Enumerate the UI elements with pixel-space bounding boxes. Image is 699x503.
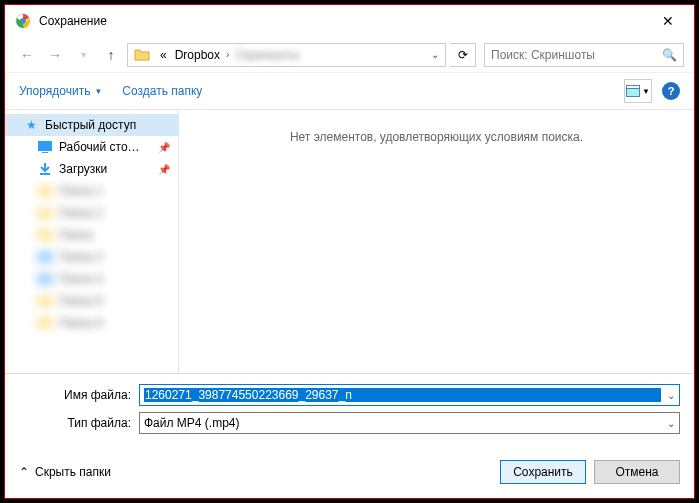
svg-rect-6 [42, 152, 48, 153]
search-input[interactable] [491, 48, 662, 62]
sidebar: ★ Быстрый доступ Рабочий сто… 📌 Загрузки… [5, 110, 179, 373]
sidebar-item[interactable]: Папка [5, 224, 178, 246]
svg-rect-9 [37, 229, 53, 241]
sidebar-item[interactable]: Папка 5 [5, 290, 178, 312]
sidebar-quick-access[interactable]: ★ Быстрый доступ [5, 114, 178, 136]
crumb-dropbox[interactable]: Dropbox [171, 48, 224, 62]
svg-rect-4 [627, 89, 639, 96]
svg-rect-11 [37, 273, 53, 285]
sidebar-item[interactable]: Папка 4 [5, 268, 178, 290]
forward-button[interactable]: → [43, 43, 67, 67]
svg-rect-5 [38, 141, 52, 151]
close-button[interactable]: ✕ [652, 9, 684, 33]
crumb-current[interactable]: Скриншоты [231, 48, 303, 62]
address-dropdown-icon[interactable]: ⌄ [425, 49, 445, 60]
view-button[interactable]: ▼ [624, 79, 652, 103]
navbar: ← → ▾ ↑ « Dropbox › Скриншоты ⌄ ⟳ 🔍 [5, 37, 694, 73]
fields-panel: Имя файла: 1260271_398774550223669_29637… [5, 373, 694, 452]
pin-icon: 📌 [158, 164, 170, 175]
address-bar[interactable]: « Dropbox › Скриншоты ⌄ [127, 43, 446, 67]
footer: ⌃ Скрыть папки Сохранить Отмена [5, 452, 694, 498]
up-button[interactable]: ↑ [99, 43, 123, 67]
chevron-down-icon: ▼ [94, 87, 102, 96]
svg-rect-7 [37, 185, 53, 197]
dialog-body: ★ Быстрый доступ Рабочий сто… 📌 Загрузки… [5, 109, 694, 373]
crumb-sep: › [224, 49, 231, 60]
star-icon: ★ [23, 117, 39, 133]
new-folder-button[interactable]: Создать папку [122, 84, 202, 98]
chevron-up-icon: ⌃ [19, 465, 29, 479]
sidebar-label: Рабочий сто… [59, 140, 140, 154]
svg-rect-3 [627, 86, 639, 88]
sidebar-label: Быстрый доступ [45, 118, 136, 132]
desktop-icon [37, 139, 53, 155]
filename-value: 1260271_398774550223669_29637_n [144, 388, 661, 402]
sidebar-downloads[interactable]: Загрузки 📌 [5, 158, 178, 180]
svg-rect-12 [37, 295, 53, 307]
chevron-down-icon[interactable]: ⌄ [661, 390, 675, 401]
toolbar: Упорядочить ▼ Создать папку ▼ ? [5, 73, 694, 109]
sidebar-item[interactable]: Папка 2 [5, 202, 178, 224]
save-dialog: Сохранение ✕ ← → ▾ ↑ « Dropbox › Скриншо… [4, 4, 695, 499]
filename-input[interactable]: 1260271_398774550223669_29637_n ⌄ [139, 384, 680, 406]
file-list: Нет элементов, удовлетворяющих условиям … [179, 110, 694, 373]
filename-label: Имя файла: [19, 388, 139, 402]
svg-rect-10 [37, 251, 53, 263]
search-icon: 🔍 [662, 48, 677, 62]
window-title: Сохранение [39, 14, 652, 28]
download-icon [37, 161, 53, 177]
organize-button[interactable]: Упорядочить ▼ [19, 84, 102, 98]
filetype-select[interactable]: Файл MP4 (.mp4) ⌄ [139, 412, 680, 434]
refresh-button[interactable]: ⟳ [450, 43, 476, 67]
folder-icon [132, 45, 152, 65]
hide-folders-toggle[interactable]: ⌃ Скрыть папки [19, 465, 111, 479]
organize-label: Упорядочить [19, 84, 90, 98]
search-box[interactable]: 🔍 [484, 43, 684, 67]
help-button[interactable]: ? [662, 82, 680, 100]
sidebar-item[interactable]: Папка 3 [5, 246, 178, 268]
sidebar-item[interactable]: Папка 1 [5, 180, 178, 202]
svg-rect-13 [37, 317, 53, 329]
chevron-down-icon[interactable]: ⌄ [661, 418, 675, 429]
back-button[interactable]: ← [15, 43, 39, 67]
empty-message: Нет элементов, удовлетворяющих условиям … [290, 130, 583, 144]
svg-rect-8 [37, 207, 53, 219]
recent-dropdown[interactable]: ▾ [71, 43, 95, 67]
hide-folders-label: Скрыть папки [35, 465, 111, 479]
filetype-value: Файл MP4 (.mp4) [144, 416, 661, 430]
sidebar-desktop[interactable]: Рабочий сто… 📌 [5, 136, 178, 158]
sidebar-label: Загрузки [59, 162, 107, 176]
sidebar-item[interactable]: Папка 6 [5, 312, 178, 334]
filetype-label: Тип файла: [19, 416, 139, 430]
pin-icon: 📌 [158, 142, 170, 153]
cancel-button[interactable]: Отмена [594, 460, 680, 484]
chrome-icon [15, 13, 31, 29]
titlebar: Сохранение ✕ [5, 5, 694, 37]
save-button[interactable]: Сохранить [500, 460, 586, 484]
crumb-prefix: « [156, 48, 171, 62]
